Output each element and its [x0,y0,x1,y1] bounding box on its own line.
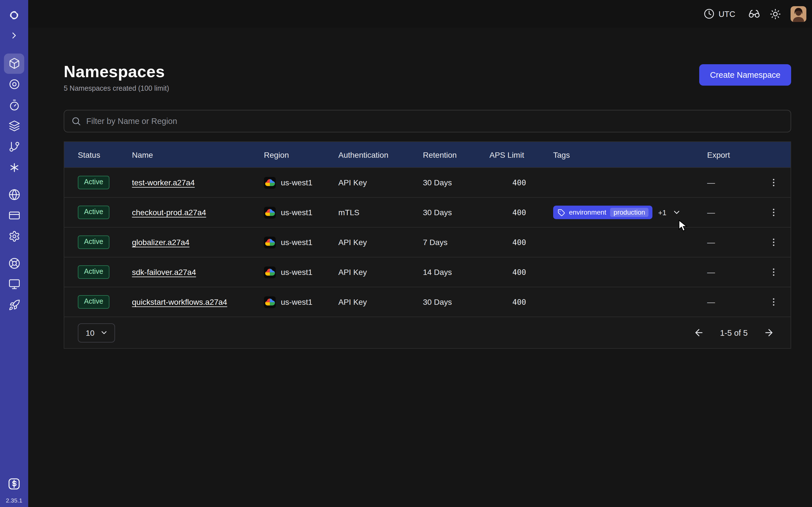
pagination-range-label: 1-5 of 5 [720,328,748,337]
usage-dollar-icon[interactable] [0,474,28,494]
aps-limit-value: 400 [490,178,553,187]
sidebar-item-console[interactable] [0,274,28,295]
export-value: — [707,178,765,187]
tags-cell: environment production +1 [553,206,707,219]
tag-pill[interactable]: environment production [553,206,652,219]
labs-glasses-icon[interactable] [743,3,765,24]
content-column: UTC Namespaces 5 N [28,0,812,507]
theme-toggle-sun-icon[interactable] [765,3,786,24]
tag-key: environment [569,209,606,216]
filter-bar [64,110,791,132]
namespaces-cube-icon [4,53,24,73]
tag-value: production [610,208,649,217]
gcp-icon [264,296,276,308]
region-label: us-west1 [281,238,312,247]
app-root: 2.35.1 UTC [0,0,812,507]
main-content: Namespaces 5 Namespaces created (100 lim… [28,27,812,507]
aps-limit-value: 400 [490,208,553,217]
retention-label: 30 Days [423,178,490,187]
arrow-right-icon [763,327,774,338]
col-header-region: Region [264,150,338,159]
col-header-tags: Tags [553,150,707,159]
namespace-link[interactable]: quickstart-workflows.a27a4 [132,297,227,306]
tag-icon [558,209,565,216]
user-avatar[interactable] [791,6,806,22]
auth-label: mTLS [338,208,423,217]
aps-limit-value: 400 [490,268,553,277]
table-footer: 10 1-5 of 5 [64,317,791,348]
status-badge: Active [78,176,109,189]
table-row: Active checkout-prod.a27a4 us-west1 mTLS… [64,197,791,227]
sidebar-item-getting-started[interactable] [0,295,28,316]
chevron-down-icon [100,328,108,337]
temporal-logo-icon[interactable] [0,7,28,24]
retention-label: 30 Days [423,297,490,306]
timezone-selector[interactable]: UTC [704,8,735,19]
gcp-icon [264,236,276,248]
page-size-select[interactable]: 10 [78,323,115,342]
sidebar-item-deployments[interactable] [0,115,28,136]
sidebar-item-support[interactable] [0,253,28,274]
sidebar: 2.35.1 [0,0,28,507]
sidebar-item-schedules[interactable] [0,95,28,115]
sidebar-item-cloud[interactable] [0,184,28,205]
sidebar-item-billing[interactable] [0,205,28,226]
status-badge: Active [78,235,109,249]
page-size-value: 10 [86,328,94,337]
tag-more-count[interactable]: +1 [658,208,666,217]
chevron-down-icon[interactable] [672,208,681,217]
sidebar-item-batch-operations[interactable] [0,136,28,157]
prev-page-button[interactable] [691,324,708,341]
row-menu-button[interactable] [765,293,782,311]
timezone-label: UTC [718,9,735,18]
sidebar-bottom: 2.35.1 [0,474,28,507]
row-menu-button[interactable] [765,174,782,191]
page-subtitle: 5 Namespaces created (100 limit) [64,84,169,93]
col-header-authentication: Authentication [338,150,423,159]
pagination-controls: 1-5 of 5 [691,324,777,341]
col-header-name: Name [132,150,264,159]
col-header-export: Export [707,150,765,159]
page-title: Namespaces [64,62,169,81]
aps-limit-value: 400 [490,238,553,247]
region-label: us-west1 [281,297,312,306]
status-badge: Active [78,265,109,279]
table-row: Active test-worker.a27a4 us-west1 API Ke… [64,167,791,197]
row-menu-button[interactable] [765,204,782,221]
sidebar-item-settings[interactable] [0,226,28,247]
create-namespace-button[interactable]: Create Namespace [699,64,791,86]
next-page-button[interactable] [760,324,777,341]
sidebar-item-namespaces[interactable] [0,53,28,74]
auth-label: API Key [338,297,423,306]
namespace-link[interactable]: checkout-prod.a27a4 [132,208,206,217]
topbar: UTC [28,0,812,27]
namespace-link[interactable]: globalizer.a27a4 [132,238,190,247]
status-badge: Active [78,206,109,219]
namespace-link[interactable]: sdk-failover.a27a4 [132,268,196,277]
auth-label: API Key [338,178,423,187]
row-menu-button[interactable] [765,234,782,251]
app-version: 2.35.1 [6,497,22,504]
filter-input[interactable] [86,117,784,126]
export-value: — [707,208,765,217]
export-value: — [707,268,765,277]
retention-label: 7 Days [423,238,490,247]
export-value: — [707,238,765,247]
row-menu-button[interactable] [765,264,782,281]
namespace-link[interactable]: test-worker.a27a4 [132,178,195,187]
gcp-icon [264,207,276,218]
sidebar-item-workflows[interactable] [0,74,28,95]
status-badge: Active [78,295,109,308]
col-header-status: Status [78,150,132,159]
auth-label: API Key [338,268,423,277]
region-label: us-west1 [281,208,312,217]
table-header-row: Status Name Region Authentication Retent… [64,142,791,167]
table-row: Active sdk-failover.a27a4 us-west1 API K… [64,257,791,287]
gcp-icon [264,266,276,278]
col-header-retention: Retention [423,150,490,159]
namespaces-table: Status Name Region Authentication Retent… [64,142,791,349]
sidebar-expand-chevron-icon[interactable] [0,26,28,45]
clock-icon [704,8,714,19]
table-row: Active quickstart-workflows.a27a4 us-wes… [64,287,791,317]
sidebar-item-nexus[interactable] [0,157,28,178]
